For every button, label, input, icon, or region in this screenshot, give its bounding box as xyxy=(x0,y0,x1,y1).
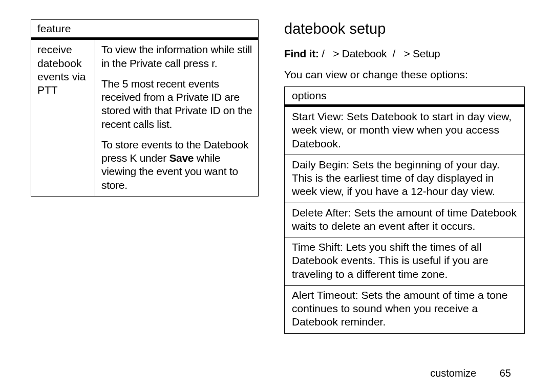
option-row: Start View: Sets Datebook to start in da… xyxy=(285,106,525,155)
find-item: Datebook xyxy=(342,48,387,59)
find-item: Setup xyxy=(413,48,440,59)
feature-para-1: To view the information while still in t… xyxy=(101,43,253,70)
feature-table-header-row: feature xyxy=(31,20,259,39)
text: To view the information while still in t… xyxy=(101,43,252,69)
feature-para-2: The 5 most recent events received from a… xyxy=(101,77,253,131)
find-it-path: Find it: / > Datebook / > Setup xyxy=(284,47,525,60)
option-name: Delete After xyxy=(292,207,348,219)
page-footer: customize 65 xyxy=(430,367,511,380)
option-row: Time Shift: Lets you shift the times of … xyxy=(285,237,525,286)
option-cell: Delete After: Sets the amount of time Da… xyxy=(285,203,525,237)
feature-name-cell: receive datebook events via PTT xyxy=(31,39,95,197)
page: feature receive datebook events via PTT … xyxy=(0,0,553,392)
section-title: datebook setup xyxy=(284,19,525,38)
options-table-header-row: options xyxy=(285,86,525,105)
option-name: Alert Timeout xyxy=(292,289,355,301)
feature-para-3: To store events to the Datebook press K … xyxy=(101,138,253,192)
footer-page-number: 65 xyxy=(500,367,511,379)
options-table-header: options xyxy=(285,86,525,105)
option-cell: Start View: Sets Datebook to start in da… xyxy=(285,106,525,155)
option-name: Start View xyxy=(292,111,341,122)
left-column: feature receive datebook events via PTT … xyxy=(31,19,259,382)
find-sep: > xyxy=(404,48,410,59)
text: under xyxy=(137,152,169,164)
key-glyph: K xyxy=(130,152,137,164)
find-it-label: Find it: xyxy=(284,48,319,59)
find-sep: > xyxy=(333,48,339,59)
option-cell: Alert Timeout: Sets the amount of time a… xyxy=(285,285,525,333)
menu-icon: / xyxy=(392,48,395,59)
save-label: Save xyxy=(169,152,194,164)
options-table: options Start View: Sets Datebook to sta… xyxy=(284,86,525,334)
option-row: Alert Timeout: Sets the amount of time a… xyxy=(285,285,525,333)
option-row: Delete After: Sets the amount of time Da… xyxy=(285,203,525,237)
footer-section-label: customize xyxy=(430,367,476,379)
feature-desc-cell: To view the information while still in t… xyxy=(95,39,259,197)
options-intro: You can view or change these options: xyxy=(284,68,525,81)
menu-icon: / xyxy=(322,48,325,59)
option-row: Daily Begin: Sets the beginning of your … xyxy=(285,155,525,203)
option-cell: Daily Begin: Sets the beginning of your … xyxy=(285,155,525,203)
feature-table-row: receive datebook events via PTT To view … xyxy=(31,39,259,197)
right-column: datebook setup Find it: / > Datebook / >… xyxy=(284,19,525,382)
option-name: Time Shift xyxy=(292,241,340,253)
option-cell: Time Shift: Lets you shift the times of … xyxy=(285,237,525,286)
feature-table-header: feature xyxy=(31,20,259,39)
option-name: Daily Begin xyxy=(292,159,346,170)
feature-table: feature receive datebook events via PTT … xyxy=(31,19,259,197)
text: . xyxy=(215,57,218,69)
